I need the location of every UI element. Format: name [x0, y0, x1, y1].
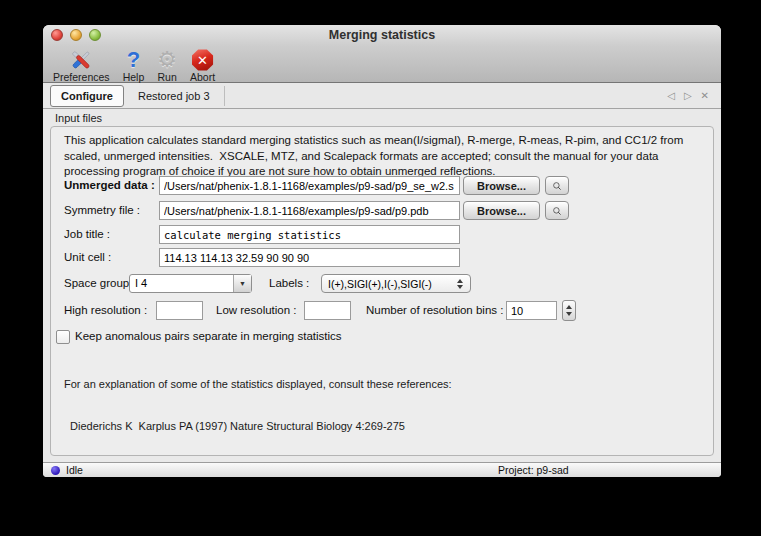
- job-title-label: Job title :: [64, 225, 110, 244]
- titlebar: Merging statistics: [43, 25, 721, 46]
- references-intro: For an explanation of some of the statis…: [64, 377, 452, 391]
- preferences-label: Preferences: [53, 72, 110, 83]
- app-window: Merging statistics: [43, 25, 721, 477]
- toolbar: Preferences ? Help ⚙ Run ✕ Abort: [43, 46, 721, 83]
- chevron-down-icon: ▼: [233, 275, 251, 292]
- project-label: Project: p9-sad: [498, 464, 569, 476]
- tab-forward-icon[interactable]: ▷: [684, 90, 692, 101]
- resolution-bins-label: Number of resolution bins :: [366, 301, 503, 320]
- unmerged-data-row: Unmerged data : Browse...: [51, 176, 713, 196]
- tab-configure-label: Configure: [61, 90, 113, 102]
- status-text: Idle: [66, 464, 83, 476]
- tab-nav-controls: ◁ ▷ ✕: [667, 90, 721, 101]
- symmetry-file-magnifier-button[interactable]: [545, 201, 569, 220]
- status-indicator-icon: [51, 466, 60, 475]
- tools-icon: [68, 48, 94, 72]
- abort-icon: ✕: [192, 48, 214, 72]
- anomalous-checkbox[interactable]: [56, 330, 70, 344]
- run-label: Run: [157, 72, 176, 83]
- resolution-row: High resolution : Low resolution : Numbe…: [51, 301, 713, 321]
- help-icon: ?: [127, 48, 140, 72]
- space-group-row: Space group : I 4 ▼ Labels : I(+),SIGI(+…: [51, 274, 713, 294]
- tab-bar: Configure Restored job 3 ◁ ▷ ✕: [43, 83, 721, 109]
- tab-restored-job-3-label: Restored job 3: [138, 90, 210, 102]
- resolution-bins-input[interactable]: [506, 301, 557, 320]
- symmetry-file-label: Symmetry file :: [64, 201, 140, 220]
- run-button[interactable]: ⚙ Run: [157, 48, 177, 83]
- status-bar: Idle Project: p9-sad: [43, 462, 721, 477]
- job-title-row: Job title :: [51, 225, 713, 245]
- abort-button[interactable]: ✕ Abort: [190, 48, 215, 83]
- popup-stepper-icon: [452, 279, 470, 289]
- symmetry-file-browse-button[interactable]: Browse...: [463, 201, 540, 220]
- configure-panel: Input files This application calculates …: [43, 109, 721, 462]
- references-block: For an explanation of some of the statis…: [64, 349, 452, 477]
- job-title-input[interactable]: [159, 225, 460, 244]
- gear-icon: ⚙: [157, 48, 177, 72]
- preferences-button[interactable]: Preferences: [53, 48, 110, 83]
- help-button[interactable]: ? Help: [123, 48, 145, 83]
- window-title: Merging statistics: [43, 25, 721, 46]
- labels-popup-menu[interactable]: I(+),SIGI(+),I(-),SIGI(-): [321, 274, 471, 293]
- unit-cell-label: Unit cell :: [64, 248, 111, 267]
- unmerged-data-browse-button[interactable]: Browse...: [463, 176, 540, 195]
- resolution-bins-stepper[interactable]: [562, 300, 576, 321]
- unmerged-data-magnifier-button[interactable]: [545, 176, 569, 195]
- tab-back-icon[interactable]: ◁: [667, 90, 675, 101]
- high-resolution-input[interactable]: [156, 301, 203, 320]
- symmetry-file-input[interactable]: [159, 201, 460, 220]
- unmerged-data-input[interactable]: [159, 176, 460, 195]
- unit-cell-input[interactable]: [159, 248, 460, 267]
- tab-restored-job-3[interactable]: Restored job 3: [124, 86, 225, 106]
- symmetry-file-row: Symmetry file : Browse...: [51, 201, 713, 221]
- labels-value: I(+),SIGI(+),I(-),SIGI(-): [322, 278, 452, 290]
- low-resolution-label: Low resolution :: [216, 301, 297, 320]
- magnifier-icon: [552, 203, 562, 219]
- unmerged-data-label: Unmerged data :: [64, 176, 155, 195]
- reference-line: Diederichs K Karplus PA (1997) Nature St…: [64, 419, 452, 433]
- high-resolution-label: High resolution :: [64, 301, 147, 320]
- space-group-label: Space group :: [64, 274, 136, 293]
- tab-close-icon[interactable]: ✕: [701, 90, 709, 101]
- screenshot-background: Merging statistics: [0, 0, 761, 536]
- anomalous-checkbox-row: Keep anomalous pairs separate in merging…: [51, 327, 713, 347]
- abort-label: Abort: [190, 72, 215, 83]
- app-description-text: This application calculates standard mer…: [64, 133, 704, 180]
- space-group-combobox[interactable]: I 4 ▼: [129, 274, 252, 293]
- space-group-value: I 4: [130, 275, 233, 292]
- low-resolution-input[interactable]: [304, 301, 351, 320]
- tab-configure[interactable]: Configure: [50, 85, 124, 107]
- anomalous-checkbox-label: Keep anomalous pairs separate in merging…: [75, 327, 342, 346]
- input-files-groupbox: This application calculates standard mer…: [50, 126, 714, 456]
- magnifier-icon: [552, 178, 562, 194]
- help-label: Help: [123, 72, 145, 83]
- unit-cell-row: Unit cell :: [51, 248, 713, 268]
- input-files-section-label: Input files: [55, 112, 102, 124]
- labels-label: Labels :: [269, 274, 309, 293]
